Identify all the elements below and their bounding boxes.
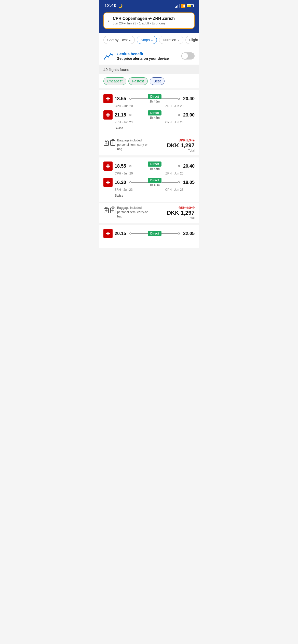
flight-card-1[interactable]: 18.55 Direct 1h 45m 20.40 CPH · Jun 20 Z… (99, 90, 199, 155)
battery-icon (187, 4, 194, 7)
direct-badge-1b: Direct (148, 110, 161, 115)
baggage-icons-2 (103, 206, 116, 213)
search-details: Jun 20 – Jun 23 · 1 adult · Economy (113, 21, 190, 25)
track-dot-start (129, 165, 131, 167)
track-dot-end (178, 98, 180, 100)
track-line (131, 182, 148, 183)
flight-line-2a: Direct 1h 45m (129, 162, 180, 171)
outbound-leg-1: 18.55 Direct 1h 45m 20.40 (103, 94, 195, 103)
depart-time-1a: 18.55 (115, 96, 127, 101)
direct-badge-2b: Direct (148, 178, 161, 183)
status-bar: 12.40 🌙 📶 (99, 0, 199, 10)
personal-item-icon (103, 139, 109, 146)
arrive-airport-2b: CPH · Jun 23 (165, 188, 183, 192)
current-price-2: DKK 1,297 (167, 210, 195, 216)
baggage-info-2: Baggage included: personal item, carry-o… (103, 206, 150, 218)
sort-filter-button[interactable]: Sort by: Best ⌄ (103, 36, 135, 44)
return-leg-2: 16.20 Direct 1h 45m 18.05 (103, 178, 195, 187)
track-dot-end (178, 114, 180, 116)
chevron-down-icon: ⌄ (177, 38, 180, 42)
sort-tab-cheapest[interactable]: Cheapest (103, 77, 126, 85)
filter-bar: Sort by: Best ⌄ Stops ⌄ Duration ⌄ Fligh… (99, 33, 199, 47)
depart-time-2b: 16.20 (115, 180, 127, 185)
depart-time-2a: 18.55 (115, 164, 127, 169)
baggage-icons-1 (103, 139, 116, 146)
duration-2a: 1h 45m (150, 167, 160, 171)
genius-text: Genius benefit Get price alerts on your … (117, 52, 169, 61)
track-dot-end (178, 232, 180, 235)
genius-subtitle: Get price alerts on your device (117, 56, 169, 61)
sort-tabs: Cheapest Fastest Best (99, 74, 199, 88)
carry-on-icon-2 (110, 206, 116, 213)
track-line (131, 98, 148, 99)
duration-filter-button[interactable]: Duration ⌄ (159, 36, 183, 44)
outbound-leg-3: 20.15 Direct 22.05 (103, 229, 195, 238)
status-time: 12.40 (104, 3, 117, 8)
search-box[interactable]: ‹ CPH Copenhagen ⇌ ZRH Zürich Jun 20 – J… (103, 12, 195, 29)
sort-tab-best[interactable]: Best (150, 77, 165, 85)
chevron-down-icon: ⌄ (151, 38, 153, 42)
stops-filter-button[interactable]: Stops ⌄ (137, 36, 157, 44)
duration-1a: 1h 45m (150, 100, 160, 103)
sort-tab-fastest[interactable]: Fastest (128, 77, 148, 85)
arrive-time-2a: 20.40 (182, 164, 195, 169)
depart-time-1b: 21.15 (115, 112, 127, 118)
leg-sub-1b: ZRH · Jun 23 CPH · Jun 23 (103, 121, 195, 124)
swiss-airline-logo-return (103, 110, 113, 120)
arrive-time-3: 22.05 (182, 231, 195, 236)
results-count: 49 flights found (99, 65, 199, 74)
swiss-airline-logo-return-2 (103, 178, 113, 187)
flight-line-2b: Direct 1h 45m (129, 178, 180, 187)
track-dot-start (129, 114, 131, 116)
track-line (131, 166, 148, 166)
genius-chart-icon (103, 51, 114, 61)
chevron-down-icon: ⌄ (129, 38, 131, 42)
airline-name-1: Swiss (103, 125, 195, 133)
flight-legs-1: 18.55 Direct 1h 45m 20.40 CPH · Jun 20 Z… (99, 90, 199, 135)
price-alerts-toggle[interactable] (181, 52, 195, 60)
flight-line-3: Direct (129, 231, 180, 236)
moon-icon: 🌙 (118, 4, 123, 8)
depart-airport-1b: ZRH · Jun 23 (115, 121, 133, 124)
flight-line-1b: Direct 1h 45m (129, 110, 180, 120)
leg-sub-2b: ZRH · Jun 23 CPH · Jun 23 (103, 188, 195, 192)
direct-badge-1a: Direct (148, 94, 161, 99)
flight-filter-button[interactable]: Flight ⌄ (185, 36, 199, 44)
leg-sub-1a: CPH · Jun 20 ZRH · Jun 20 (103, 104, 195, 108)
personal-item-icon-2 (103, 206, 109, 213)
swiss-airline-logo (103, 94, 113, 103)
signal-icon (175, 4, 180, 8)
arrive-airport-1b: CPH · Jun 23 (165, 121, 183, 124)
flight-card-2[interactable]: 18.55 Direct 1h 45m 20.40 CPH · Jun 20 Z… (99, 157, 199, 223)
track-dot-end (178, 181, 180, 183)
wifi-icon: 📶 (181, 4, 185, 8)
track-line (161, 182, 178, 183)
genius-title: Genius benefit (117, 52, 169, 56)
track-dot-end (178, 165, 180, 167)
arrive-time-2b: 18.05 (182, 180, 195, 185)
track-dot-start (129, 98, 131, 100)
price-row-2: Baggage included: personal item, carry-o… (99, 202, 199, 223)
track-line (131, 233, 148, 234)
direct-badge-2a: Direct (148, 162, 161, 167)
track-line (161, 115, 178, 115)
track-line (161, 166, 178, 166)
price-info-1: DKK 1,349 DKK 1,297 Total (167, 138, 195, 152)
price-label-1: Total (167, 149, 195, 152)
status-icons: 📶 (175, 4, 194, 8)
price-row-1: Baggage included: personal item, carry-o… (99, 135, 199, 155)
back-button[interactable]: ‹ (108, 18, 110, 24)
search-route: CPH Copenhagen ⇌ ZRH Zürich (113, 16, 190, 21)
original-price-1: DKK 1,349 (167, 138, 195, 142)
arrive-time-1a: 20.40 (182, 96, 195, 101)
flight-card-3-partial[interactable]: 20.15 Direct 22.05 (99, 225, 199, 248)
duration-2b: 1h 45m (150, 183, 160, 187)
track-line (161, 233, 178, 234)
search-bar: ‹ CPH Copenhagen ⇌ ZRH Zürich Jun 20 – J… (99, 10, 199, 33)
swiss-airline-logo-3 (103, 229, 113, 238)
arrive-time-1b: 23.00 (182, 112, 195, 118)
svg-point-5 (112, 54, 113, 55)
depart-airport-1a: CPH · Jun 20 (115, 104, 133, 108)
flight-legs-3: 20.15 Direct 22.05 (99, 225, 199, 243)
svg-rect-0 (103, 51, 114, 61)
